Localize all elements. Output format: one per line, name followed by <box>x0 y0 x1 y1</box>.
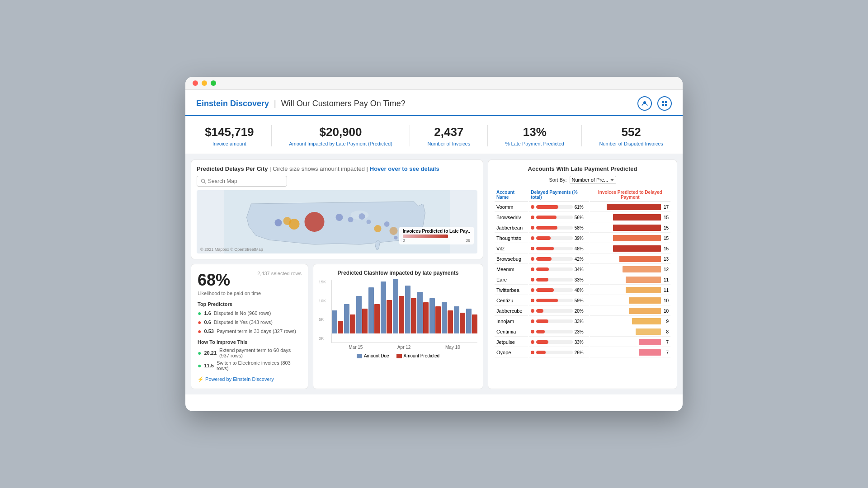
kpi-row: $145,719 Invoice amount $20,900 Amount I… <box>185 116 683 154</box>
browser-minimize-dot[interactable] <box>202 80 207 86</box>
table-row[interactable]: Browsebug42%13 <box>495 254 670 264</box>
delayed-bar-fill <box>536 351 546 354</box>
delayed-pct-cell: 48% <box>529 244 589 253</box>
app-content: Einstein Discovery | Will Our Customers … <box>185 90 683 394</box>
delayed-pct-cell: 58% <box>529 223 589 233</box>
delayed-bar-fill <box>536 299 558 302</box>
kpi-late-pct-label: % Late Payment Predicted <box>505 141 564 146</box>
delayed-dot <box>531 278 534 282</box>
delayed-bar-fill <box>536 267 548 271</box>
invoices-bar <box>639 339 661 345</box>
accounts-table-scroll[interactable]: Account Name Delayed Payments (% total) … <box>494 188 671 359</box>
improve-2-pos-icon: ● <box>198 362 201 369</box>
browser-close-dot[interactable] <box>193 80 198 86</box>
y-label-10k: 10K <box>319 299 326 303</box>
bar-predicted <box>399 296 404 333</box>
delayed-dot <box>531 319 534 323</box>
table-row[interactable]: Meemm34%12 <box>495 265 670 274</box>
svg-point-16 <box>367 220 371 224</box>
settings-icon-button[interactable] <box>657 96 672 111</box>
table-row[interactable]: Innojam33%9 <box>495 317 670 326</box>
svg-point-20 <box>394 236 398 239</box>
delayed-dot <box>531 216 534 219</box>
delayed-dot <box>531 288 534 292</box>
map-hover-link[interactable]: Hover over to see details <box>370 165 439 172</box>
kpi-disputed: 552 Number of Disputed Invoices <box>599 125 663 146</box>
legend-blue-box <box>357 354 362 358</box>
accounts-table-container: Account Name Delayed Payments (% total) … <box>494 188 671 359</box>
svg-point-18 <box>374 225 382 232</box>
search-icon <box>201 178 206 184</box>
search-map-input[interactable] <box>208 178 283 184</box>
invoices-bar-cell: 7 <box>590 358 670 359</box>
invoices-count: 15 <box>662 215 669 220</box>
invoices-count: 7 <box>662 340 669 345</box>
invoices-count: 10 <box>662 298 669 303</box>
invoices-bar <box>626 277 661 283</box>
cashflow-chart-panel: Predicted Clashfow impacted by late paym… <box>313 264 483 389</box>
bar-group <box>381 282 392 333</box>
account-name-cell: Vitz <box>495 244 528 253</box>
bar-predicted <box>350 314 355 333</box>
delayed-pct-cell: 33% <box>529 338 589 347</box>
top-predictors-section: Top Predictors ● 1.6 Disputed is No (960… <box>198 301 302 335</box>
table-row[interactable]: Eare33%11 <box>495 275 670 285</box>
invoices-bar-cell: 7 <box>590 348 670 357</box>
table-row[interactable]: Thoughtsto39%15 <box>495 234 670 243</box>
powered-by-link[interactable]: Powered by Einstein Discovery <box>198 376 302 382</box>
delayed-bar-bg <box>536 216 573 219</box>
invoices-count: 9 <box>662 319 669 324</box>
invoices-bar <box>629 308 661 314</box>
table-row[interactable]: Realcube9%7 <box>495 358 670 359</box>
map-search-box[interactable] <box>197 176 287 187</box>
delayed-bar-bg <box>536 309 573 313</box>
invoices-bar-cell: 9 <box>590 317 670 326</box>
table-row[interactable]: Centizu59%10 <box>495 296 670 305</box>
sort-select[interactable]: Number of Pre... <box>570 176 616 184</box>
account-name-cell: Oyope <box>495 348 528 357</box>
svg-point-17 <box>384 221 390 227</box>
svg-rect-4 <box>665 104 667 106</box>
bar-due <box>466 309 472 333</box>
table-row[interactable]: Vitz48%15 <box>495 244 670 253</box>
table-row[interactable]: Browsedriv56%15 <box>495 213 670 222</box>
bar-group <box>332 310 343 333</box>
delayed-bar-fill <box>536 216 557 219</box>
predictor-1-value: 1.6 <box>204 310 211 316</box>
invoices-bar <box>613 245 661 252</box>
account-name-cell: Jabberbean <box>495 223 528 233</box>
map-credit: © 2021 Mapbox © OpenStreetMap <box>200 244 263 253</box>
table-row[interactable]: Jetpulse33%7 <box>495 338 670 347</box>
invoices-bar <box>613 214 661 221</box>
table-row[interactable]: Jabbercube20%10 <box>495 306 670 316</box>
table-row[interactable]: Oyope26%7 <box>495 348 670 357</box>
table-row[interactable]: Voomm61%17 <box>495 202 670 212</box>
table-row[interactable]: Jabberbean58%15 <box>495 223 670 233</box>
invoices-count: 11 <box>662 277 669 282</box>
kpi-divider-2 <box>410 125 410 146</box>
legend-predicted-label: Amount Predicted <box>404 353 440 358</box>
delayed-pct-cell: 59% <box>529 296 589 305</box>
user-icon-button[interactable] <box>637 96 652 111</box>
invoices-count: 12 <box>662 267 669 272</box>
y-label-5k: 5K <box>319 317 326 322</box>
table-row[interactable]: Twitterbea48%11 <box>495 286 670 295</box>
chart-legend: Amount Due Amount Predicted <box>319 353 477 358</box>
browser-maximize-dot[interactable] <box>211 80 216 86</box>
kpi-num-invoices-value: 2,437 <box>427 125 470 139</box>
predictor-1-pos-icon: ● <box>198 310 201 317</box>
map-section: Predicted Delays Per City | Circle size … <box>191 160 483 259</box>
delayed-dot <box>531 267 534 271</box>
kpi-disputed-value: 552 <box>599 125 663 139</box>
predictor-2-neg-icon: ● <box>198 319 201 326</box>
delayed-dot <box>531 257 534 261</box>
predictor-1-desc: Disputed is No (960 rows) <box>214 310 271 316</box>
delayed-pct-label: 59% <box>575 298 587 303</box>
map-section-title: Predicted Delays Per City | Circle size … <box>197 165 477 172</box>
table-row[interactable]: Centimia23%8 <box>495 327 670 337</box>
svg-rect-1 <box>662 101 664 103</box>
x-label-mar: Mar 15 <box>349 345 363 350</box>
account-name-cell: Jabbercube <box>495 306 528 316</box>
kpi-invoice-amount-value: $145,719 <box>205 125 254 139</box>
kpi-disputed-label: Number of Disputed Invoices <box>599 141 663 146</box>
